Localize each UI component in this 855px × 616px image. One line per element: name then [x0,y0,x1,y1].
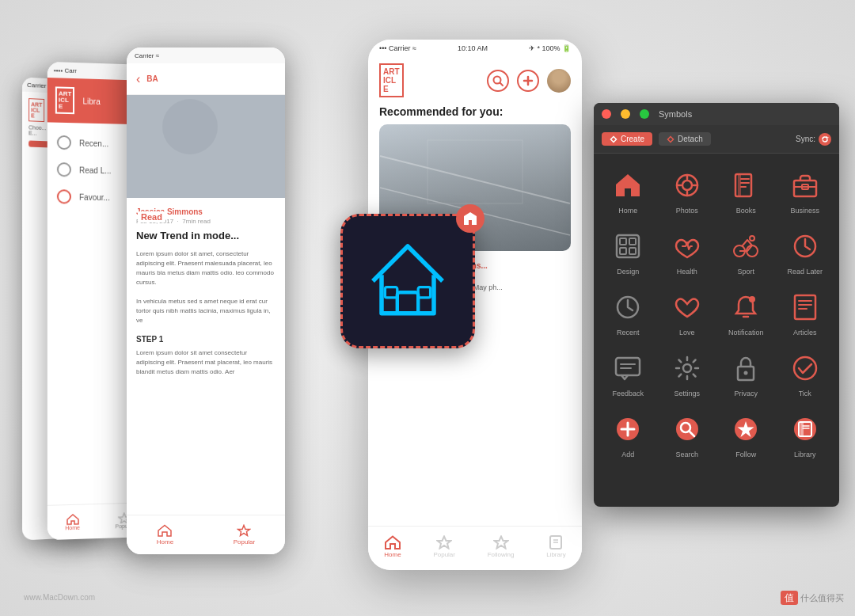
symbol-feedback[interactable]: Feedback [598,343,658,404]
symbol-home[interactable]: Home [598,160,658,221]
close-button[interactable] [602,109,611,119]
nav-home-third[interactable]: Home [157,524,173,546]
svg-marker-9 [438,537,451,549]
symbol-recent[interactable]: Recent [598,282,658,343]
status-bar-third: Carrier ≈ [127,48,285,63]
symbol-add[interactable]: Add [598,404,658,465]
svg-rect-16 [418,287,430,298]
privacy-symbol-icon [732,354,760,382]
sync-icon[interactable] [819,133,831,146]
library-text: Libra [82,97,100,106]
svg-rect-35 [629,248,636,254]
avatar-main[interactable] [547,69,571,93]
photos-symbol-icon [673,171,701,200]
symbol-design[interactable]: Design [598,221,658,282]
search-symbol-icon [673,415,701,443]
panel-title: Symbols [659,109,692,119]
add-icon-main[interactable] [517,70,539,92]
nav-popular-main[interactable]: Popular [433,535,455,558]
svg-rect-15 [385,287,397,298]
back-label: BA [146,74,158,83]
symbol-settings[interactable]: Settings [658,343,717,404]
library-symbol-icon [791,415,819,443]
svg-rect-24 [739,174,740,196]
svg-line-6 [380,156,570,203]
svg-point-43 [749,296,755,302]
articles-symbol-icon [791,293,819,321]
home-icon-overlay [340,214,475,348]
read-later-symbol-icon [791,232,819,260]
symbol-sport[interactable]: Sport [716,221,776,282]
header-icons [487,69,571,93]
symbol-tick[interactable]: Tick [776,343,835,404]
svg-rect-32 [620,238,626,245]
watermark-cn: 值 什么值得买 [781,591,844,605]
nav-home-second[interactable]: Home [65,514,80,531]
svg-point-51 [683,364,691,372]
phone-third: Carrier ≈ ‹ BA Jessica Simmons Feb 13, 2… [127,48,285,554]
search-icon-main[interactable] [487,70,509,92]
symbol-library[interactable]: Library [776,404,835,465]
feedback-symbol-icon [614,354,642,382]
symbols-panel: Symbols Create Detach Sync: [594,103,839,507]
popular-icon-third [237,524,251,537]
recent-icon [57,135,71,150]
svg-point-54 [794,357,816,379]
symbol-business[interactable]: Business [776,160,835,221]
symbol-notification[interactable]: Notification [716,282,776,343]
add-symbol-icon [614,415,642,443]
business-symbol-icon [791,171,819,200]
back-button[interactable]: ‹ [136,72,140,86]
symbol-follow[interactable]: Follow [716,404,776,465]
nav-following-main[interactable]: Following [488,535,515,558]
detach-button[interactable]: Detach [659,132,711,146]
watermark: www.MacDown.com [24,593,95,602]
symbol-books[interactable]: Books [716,160,776,221]
library-icon-nav [548,535,564,549]
symbol-health[interactable]: Health [658,221,717,282]
design-symbol-icon [614,232,642,260]
header-main: ARTICLE [368,57,582,102]
symbol-photos[interactable]: Photos [658,160,717,221]
home-icon-large [364,238,451,325]
nav-popular-third[interactable]: Popular [234,524,256,546]
step-label: STEP 1 [136,335,276,344]
svg-rect-23 [735,174,751,196]
bottom-nav-main: Home Popular Following Library [368,526,582,570]
svg-rect-14 [397,292,418,313]
svg-rect-44 [795,295,815,319]
section-title: Recommended for you: [368,102,582,124]
symbol-read-later[interactable]: Read Later [776,221,835,282]
symbol-love[interactable]: Love [658,282,717,343]
step-body: Lorem ipsum dolor sit amet consectetur a… [136,348,276,377]
nav-library-main[interactable]: Library [546,535,565,558]
minimize-button[interactable] [621,109,630,119]
maximize-button[interactable] [640,109,649,119]
svg-rect-48 [616,358,640,375]
recent-symbol-icon [614,293,642,321]
nav-home-main[interactable]: Home [384,535,401,558]
love-symbol-icon [673,293,701,321]
settings-symbol-icon [673,354,701,382]
svg-line-3 [500,82,504,86]
symbols-grid: Home Photos [594,154,839,471]
svg-rect-33 [629,238,636,245]
svg-marker-10 [494,537,507,549]
home-icon-second [66,514,79,526]
svg-rect-34 [620,248,626,254]
follow-symbol-icon [732,415,760,443]
article-image-third [127,95,285,198]
readlater-icon [57,162,71,177]
sketch-badge [456,204,484,233]
read-label: Read [138,211,165,222]
create-button[interactable]: Create [602,132,652,146]
top-bar-third: ‹ BA [127,63,285,95]
symbol-articles[interactable]: Articles [776,282,835,343]
symbol-privacy[interactable]: Privacy [716,343,776,404]
notification-symbol-icon [732,293,760,321]
sync-control[interactable]: Sync: [796,133,831,146]
logo-leftmost: ARTICLE [28,98,44,122]
svg-point-53 [744,371,748,375]
svg-point-18 [682,181,692,190]
symbol-search[interactable]: Search [658,404,717,465]
